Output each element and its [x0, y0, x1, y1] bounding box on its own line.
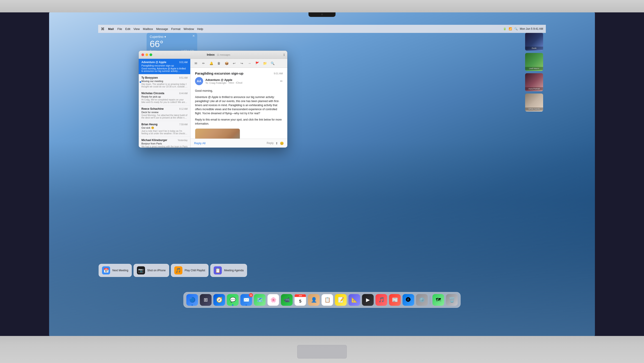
mail-window-titlebar: Inbox 11 messages ℹ: [139, 51, 287, 59]
mail-preview-2: Hey team, The weather is so amazing toda…: [142, 83, 188, 88]
menu-bar: ⌘ Mail File Edit View Mailbox Message Fo…: [98, 25, 546, 33]
menu-format[interactable]: Format: [171, 27, 180, 31]
dock-maps2[interactable]: 🗺: [432, 294, 445, 306]
reply-expand-button[interactable]: ⬆: [276, 142, 278, 145]
dock-mail[interactable]: ✉️ 11: [240, 294, 253, 306]
dock-facetime[interactable]: 📹: [280, 294, 293, 306]
mail-item-ty[interactable]: Ty Booyyzen 8:51 AM Moving our meeting H…: [139, 74, 190, 90]
menu-message[interactable]: Message: [156, 27, 168, 31]
paraglider-svg: [211, 138, 224, 139]
wallpaper-thumb-aura[interactable]: Aura Portrait: [525, 73, 543, 91]
dock-maps[interactable]: 🗺️: [254, 294, 266, 306]
mail-item-reece[interactable]: Reece Schachine 8:12 AM Deck for review …: [139, 106, 190, 121]
reply-all-button[interactable]: Reply All: [194, 142, 206, 145]
dock-safari[interactable]: 🧭: [213, 294, 226, 306]
mail-info-button[interactable]: ℹ: [284, 53, 284, 57]
reply-emoji-button[interactable]: 😊: [280, 142, 284, 145]
dock-calendar[interactable]: JUN 5: [294, 294, 307, 306]
flag-button[interactable]: 🚩: [254, 60, 260, 67]
mail-detail-header: Paragliding excursion sign-up 9:01 AM AA…: [195, 72, 283, 85]
mail-preview-1: Good morning, Adventure @ Apple is thril…: [142, 67, 188, 72]
desktop: ⌘ Mail File Edit View Mailbox Message Fo…: [49, 13, 595, 336]
laptop-body: ⌘ Mail File Edit View Mailbox Message Fo…: [0, 0, 644, 363]
forward-button[interactable]: →: [246, 60, 253, 67]
quick-action-agenda[interactable]: 📋 Meeting Agenda: [210, 264, 247, 277]
datetime-display: Mon Jun 5 9:41 AM: [520, 27, 543, 31]
search-toolbar-button[interactable]: 🔍: [269, 60, 276, 67]
mail-item-nicholas[interactable]: Nicholas Circosta 8:44 AM Ready for pick…: [139, 90, 190, 106]
menu-help[interactable]: Help: [197, 27, 203, 31]
menu-mailbox[interactable]: Mailbox: [143, 27, 153, 31]
compose-button[interactable]: ✉: [193, 60, 199, 67]
wallpaper-panel: Dunk Leaf Macro Aura Portrait White Sand…: [525, 33, 543, 112]
dock-launchpad[interactable]: ⊞: [200, 294, 212, 306]
laptop-bottom-bar: [0, 336, 644, 363]
reply-back-button[interactable]: ↩: [231, 60, 237, 67]
dock-appstore[interactable]: 🅐: [402, 294, 415, 306]
sender-avatar: AA: [195, 77, 203, 85]
mail-detail-area: ✉ ✏ 🔔 🗑 📦 ↩ ↪ → 🚩 📁 🔍: [190, 59, 287, 148]
dock-music[interactable]: 🎵: [375, 294, 388, 306]
mail-detail-body: Good morning, Adventure @ Apple is thril…: [195, 89, 283, 139]
music-icon: 🎵: [174, 266, 182, 274]
apple-menu-icon[interactable]: ⌘: [101, 27, 104, 31]
dock-notes[interactable]: 📝: [334, 294, 347, 306]
weather-close-button[interactable]: ✕: [192, 34, 195, 38]
trash-button[interactable]: 🗑: [216, 60, 222, 67]
menu-edit[interactable]: Edit: [125, 27, 130, 31]
mail-preview-6: We had a great meeting with the team in …: [142, 145, 188, 148]
dock: 🔵 ⊞ 🧭 💬: [184, 292, 461, 308]
window-close-button[interactable]: [142, 53, 144, 56]
trackpad[interactable]: [297, 345, 347, 358]
reply-button[interactable]: Reply: [266, 142, 274, 145]
dock-photos[interactable]: 🌸: [267, 294, 280, 306]
window-maximize-button[interactable]: [150, 53, 152, 56]
mail-item-brian[interactable]: Brian Heung 7:59 AM Out sick 🤒 Just a no…: [139, 121, 190, 137]
archive-button[interactable]: 📦: [223, 60, 230, 67]
menu-view[interactable]: View: [134, 27, 140, 31]
menu-window[interactable]: Window: [184, 27, 194, 31]
mail-sender-4: Reece Schachine: [142, 107, 164, 110]
quick-actions-row: 📅 Next Meeting 📷 Shot on iPhone 🎵 Play C…: [99, 264, 247, 277]
mail-detail-subject: Paragliding excursion sign-up: [195, 72, 244, 75]
quick-action-playlist[interactable]: 🎵 Play Chill Playlist: [171, 264, 208, 277]
mail-image-card[interactable]: Learn to fly | High Wind Paragliding | F…: [195, 128, 240, 139]
pencil-button[interactable]: ✏: [200, 60, 207, 67]
dock-trash[interactable]: 🗑️: [446, 294, 458, 306]
mail-preview-5: Just a note that I won't be in today as …: [142, 130, 188, 135]
wallpaper-thumb-leaf[interactable]: Leaf Macro: [525, 53, 543, 71]
quick-action-label-playlist: Play Chill Playlist: [185, 269, 205, 272]
dock-reminders[interactable]: 📋: [321, 294, 334, 306]
mail-window-content: Adventure @ Apple 9:01 AM Paragliding ex…: [139, 59, 287, 148]
mail-subject-4: Deck for review: [142, 111, 188, 114]
mail-subject-1: Paragliding excursion sign-up: [142, 64, 188, 67]
move-button[interactable]: 📁: [262, 60, 268, 67]
mail-item-michael[interactable]: Michael Klineburger Yesterday Bonjour fr…: [139, 137, 190, 148]
mail-preview-4: Good Morning, I've attached the latest b…: [142, 114, 188, 119]
mail-item-adventure[interactable]: Adventure @ Apple 9:01 AM Paragliding ex…: [139, 59, 190, 74]
dock-finder[interactable]: 🔵: [186, 294, 198, 306]
dock-system-prefs[interactable]: ⚙️: [416, 294, 428, 306]
calendar-icon: 📅: [102, 266, 110, 274]
dock-news[interactable]: 📰: [389, 294, 401, 306]
dock-messages[interactable]: 💬: [226, 294, 239, 306]
reminder-button[interactable]: 🔔: [208, 60, 214, 67]
window-minimize-button[interactable]: [146, 53, 148, 56]
mail-sender-3: Nicholas Circosta: [142, 92, 164, 95]
weather-city: Cupertino ▾: [150, 35, 194, 39]
dock-contacts[interactable]: 👤: [308, 294, 320, 306]
agenda-icon: 📋: [214, 266, 222, 274]
search-icon[interactable]: 🔍: [514, 27, 518, 31]
quick-action-shot-iphone[interactable]: 📷 Shot on iPhone: [134, 264, 169, 277]
wallpaper-thumb-dunk[interactable]: Dunk: [525, 33, 543, 51]
wallpaper-thumb-sands[interactable]: White Sands: [525, 94, 543, 112]
mail-detail-inbox-tag: Inbox · iCloud: [228, 82, 242, 84]
dock-appletv[interactable]: ▶: [362, 294, 374, 306]
menu-app-name[interactable]: Mail: [108, 27, 114, 31]
quick-action-next-meeting[interactable]: 📅 Next Meeting: [99, 264, 132, 277]
reply-forward-button[interactable]: ↪: [239, 60, 245, 67]
menu-file[interactable]: File: [117, 27, 122, 31]
mail-edit-button[interactable]: ✏: [280, 79, 283, 83]
dock-separator: [430, 295, 430, 304]
dock-freeform[interactable]: 📐: [348, 294, 361, 306]
